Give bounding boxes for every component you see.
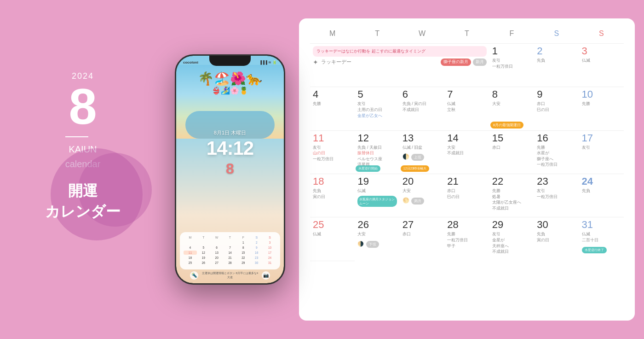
ph-hdr-m: M: [184, 236, 197, 239]
week3-badge: 12日23時頃極大: [401, 165, 430, 172]
day-sub-2: 先負: [537, 58, 576, 64]
cal-cell-2: 2 先負: [534, 43, 579, 87]
ph-cell: 11: [184, 251, 197, 255]
ph-cell: 21: [224, 256, 237, 260]
ph-cell: 29: [236, 261, 250, 265]
ph-hdr-su: S: [263, 236, 276, 239]
cal-cell-6: 6 先負 / 寅の日不成就日: [400, 87, 444, 130]
cal-cell-31: 31 仏滅二百十日 水星逆行終了: [579, 217, 624, 260]
ph-cell: 3: [263, 240, 276, 245]
ph-cell: 12: [197, 251, 210, 255]
day-sub-4: 先勝: [313, 101, 352, 107]
phone-flashlight-icon: 🔦: [190, 271, 198, 280]
phone-screen: cocoloni ▐▐▐ ≋ 🔋 🌴🏖️🌺🐆 👙🏄‍♀️🌸🍍 8月1日 木曜日 …: [176, 56, 284, 283]
cal-cell-8: 8 大安 8月の最強開運日: [489, 87, 534, 130]
ph-hdr-s: S: [250, 236, 263, 239]
day-sub-10: 先勝: [582, 101, 621, 107]
cal-cell-25: 25 仏滅: [310, 217, 355, 260]
divider: [65, 136, 88, 137]
cal-cell-empty: [310, 261, 355, 304]
day-num-9: 9: [537, 89, 576, 99]
hdr-mon: M: [310, 28, 355, 40]
day-sub-31: 仏滅二百十日: [582, 231, 621, 243]
ph-hdr-f: F: [236, 236, 250, 239]
calendar-card: M T W T F S S ラッキーデーはなにか行動を 起こすのに最適なタイミン…: [299, 18, 635, 321]
lucky-note-text: ラッキーデーはなにか行動を 起こすのに最適なタイミング: [316, 48, 483, 54]
lucky-note: ラッキーデーはなにか行動を 起こすのに最適なタイミング: [313, 46, 487, 57]
phone-time: 14:12: [176, 137, 284, 159]
day-sub-19: 仏滅: [357, 188, 397, 194]
day-sub-29: 友引金星が天秤座へ不成就日: [492, 231, 531, 254]
day-num-18: 18: [313, 176, 352, 187]
day-sub-6: 先負 / 寅の日不成就日: [402, 101, 442, 112]
ph-cell: 28: [224, 261, 237, 265]
cal-cell-23: 23 友引一粒万倍日: [534, 174, 579, 217]
calendar-grid: ラッキーデーはなにか行動を 起こすのに最適なタイミング ✦ ラッキーデー 獅子座…: [310, 43, 624, 304]
day-sub-27: 赤口: [402, 231, 442, 237]
ph-cell: 2: [250, 240, 263, 245]
day-sub-3: 仏滅: [582, 58, 621, 64]
cal-cell-7: 7 仏滅立秋: [444, 87, 489, 130]
day-num-20: 20: [402, 176, 442, 187]
full-moon-cell: 🌕 満月: [402, 196, 442, 205]
day-sub-22: 先勝処暑太陽が乙女座へ不成就日: [492, 188, 531, 211]
day-num-14: 14: [447, 133, 486, 143]
cal-cell-14: 14 大安不成就日: [444, 130, 489, 174]
day-sub-28: 先勝一粒万倍日甲子: [447, 231, 486, 249]
calendar-panel: M T W T F S S ラッキーデーはなにか行動を 起こすのに最適なタイミン…: [294, 0, 644, 339]
cal-cell-28: 28 先勝一粒万倍日甲子: [444, 217, 489, 260]
ph-cell: 7: [224, 245, 237, 250]
ph-cell: 15: [236, 251, 250, 255]
retrograde-start-badge: 水星逆行開始: [356, 165, 380, 172]
phone-notch: [209, 56, 251, 66]
day-sub-14: 大安不成就日: [447, 145, 486, 156]
waxing-moon: 🌓 上弦: [402, 152, 442, 161]
waning-cell: 🌗 下弦: [357, 239, 397, 248]
sun-icon: ✦: [313, 58, 318, 66]
day-sub-20: 大安: [402, 188, 442, 194]
ph-cell: 30: [250, 261, 263, 265]
phone-month-num: 8: [176, 160, 284, 177]
cal-cell-11: 11 友引山の日一粒万倍日: [310, 130, 355, 174]
cal-cell-13: 13 仏滅 / 旧盆 🌓 上弦 12日23時頃極大: [400, 130, 444, 174]
ph-cell: 1: [236, 240, 250, 245]
cal-cell-26: 26 大安 🌗 下弦: [355, 217, 399, 260]
ph-cell: 22: [236, 256, 250, 260]
cal-cell-10: 10 先勝: [579, 87, 624, 130]
lion-moon-badge: 獅子座の新月: [441, 58, 471, 66]
day-sub-24: 先負: [582, 188, 621, 194]
day-num-26: 26: [357, 220, 397, 230]
day-sub-5: 友引土用の丑の日金星が乙女へ: [357, 101, 397, 118]
week1-note-cell: ラッキーデーはなにか行動を 起こすのに最適なタイミング ✦ ラッキーデー 獅子座…: [310, 43, 489, 87]
day-num-5: 5: [357, 89, 397, 99]
day-sub-13: 仏滅 / 旧盆: [402, 145, 442, 151]
cal-cell-21: 21 赤口巳の日: [444, 174, 489, 217]
day-num-30: 30: [537, 220, 576, 230]
cal-cell-12: 12 先負 / 天赦日振替休日ペルセウス座流星群 水星逆行開始: [355, 130, 399, 174]
waxing-badge: 上弦: [411, 154, 424, 161]
phone-mockup: cocoloni ▐▐▐ ≋ 🔋 🌴🏖️🌺🐆 👙🏄‍♀️🌸🍍 8月1日 木曜日 …: [175, 54, 285, 285]
day-sub-21: 赤口巳の日: [447, 188, 486, 199]
cal-cell-22: 22 先勝処暑太陽が乙女座へ不成就日: [489, 174, 534, 217]
day-num-4: 4: [313, 89, 352, 99]
ph-cell: 27: [210, 261, 224, 265]
ph-cell: 13: [210, 251, 224, 255]
ph-cell: 9: [250, 245, 263, 250]
day-num-21: 21: [447, 176, 486, 187]
day-sub-11: 友引山の日一粒万倍日: [313, 145, 352, 162]
hdr-sun: S: [579, 28, 624, 40]
cal-cell-4: 4 先勝: [310, 87, 355, 130]
phone-container: cocoloni ▐▐▐ ≋ 🔋 🌴🏖️🌺🐆 👙🏄‍♀️🌸🍍 8月1日 木曜日 …: [166, 0, 294, 339]
cal-cell-19: 19 仏滅 水瓶座の満月スタジョンムーン: [355, 174, 399, 217]
ph-cell: 20: [210, 256, 224, 260]
day-num-13: 13: [402, 133, 442, 143]
phone-illustration: 🌴🏖️🌺🐆 👙🏄‍♀️🌸🍍: [176, 65, 284, 139]
week2-badge: 8月の最強開運日: [490, 122, 523, 129]
hdr-tue: T: [355, 28, 399, 40]
ph-cell: 31: [263, 261, 276, 265]
phone-camera-icon: 📷: [262, 271, 270, 280]
cal-cell-30: 30 先負寅の日: [534, 217, 579, 260]
ph-cell: 19: [197, 256, 210, 260]
day-sub-12: 先負 / 天赦日振替休日ペルセウス座流星群: [357, 145, 397, 168]
ph-cell: 18: [184, 256, 197, 260]
